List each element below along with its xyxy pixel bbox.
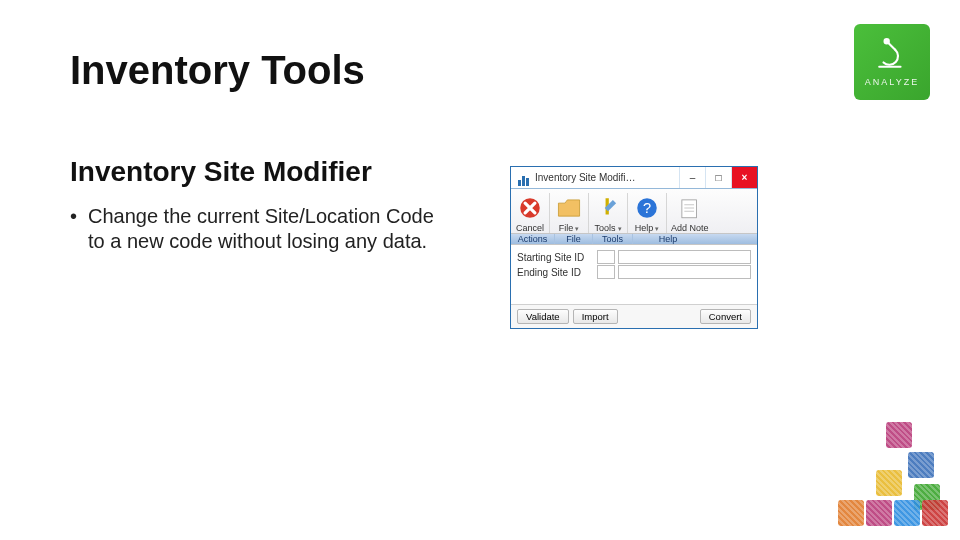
chevron-down-icon: ▾ [618, 225, 622, 232]
svg-text:?: ? [643, 200, 651, 216]
app-icon [515, 170, 531, 186]
cube-icon [908, 452, 934, 478]
ribbon-file-label: File [559, 224, 574, 233]
minimize-button[interactable]: – [679, 167, 705, 188]
folder-icon [554, 193, 584, 223]
import-button[interactable]: Import [573, 309, 618, 324]
ribbon-group-actions: Actions [511, 234, 555, 244]
ribbon-help-label: Help [635, 224, 654, 233]
form-area: Starting Site ID Ending Site ID [511, 245, 757, 304]
window-title: Inventory Site Modifi… [535, 172, 679, 183]
microscope-icon [875, 37, 909, 75]
ribbon-tools[interactable]: Tools▾ [589, 193, 628, 233]
cube-icon [876, 470, 902, 496]
slide-bullet: Change the current Site/Location Code to… [88, 204, 438, 254]
tools-icon [593, 193, 623, 223]
ribbon-help[interactable]: ? Help▾ [628, 193, 667, 233]
cube-icon [894, 500, 920, 526]
svg-point-1 [885, 39, 889, 43]
ribbon-tools-label: Tools [594, 224, 615, 233]
cube-icon [866, 500, 892, 526]
starting-site-code[interactable] [597, 250, 615, 264]
slide-subtitle: Inventory Site Modifier [70, 156, 372, 188]
ribbon-addnote-label: Add Note [671, 224, 709, 233]
slide-title: Inventory Tools [70, 48, 365, 93]
decorative-cubes [768, 422, 948, 532]
ending-site-label: Ending Site ID [517, 267, 597, 278]
ribbon-add-note[interactable]: Add Note [667, 193, 713, 233]
button-bar: Validate Import Convert [511, 304, 757, 328]
ribbon-group-tools: Tools [593, 234, 633, 244]
help-icon: ? [632, 193, 662, 223]
ribbon: Cancel File▾ Tools▾ ? Help▾ [511, 189, 757, 245]
inventory-site-modifier-window: Inventory Site Modifi… – □ × Cancel File… [510, 166, 758, 329]
ribbon-file[interactable]: File▾ [550, 193, 589, 233]
ribbon-group-file: File [555, 234, 593, 244]
cube-icon [886, 422, 912, 448]
close-button[interactable]: × [731, 167, 757, 188]
logo-text: ANALYZE [865, 77, 919, 87]
chevron-down-icon: ▾ [655, 225, 659, 232]
ribbon-cancel[interactable]: Cancel [511, 193, 550, 233]
cube-icon [922, 500, 948, 526]
svg-rect-6 [682, 200, 697, 218]
ending-site-input[interactable] [618, 265, 751, 279]
titlebar: Inventory Site Modifi… – □ × [511, 167, 757, 189]
ending-site-code[interactable] [597, 265, 615, 279]
chevron-down-icon: ▾ [575, 225, 579, 232]
cancel-icon [515, 193, 545, 223]
analyze-logo: ANALYZE [854, 24, 930, 100]
ribbon-cancel-label: Cancel [516, 224, 544, 233]
cube-icon [838, 500, 864, 526]
validate-button[interactable]: Validate [517, 309, 569, 324]
starting-site-label: Starting Site ID [517, 252, 597, 263]
cube-icon [914, 484, 940, 510]
convert-button[interactable]: Convert [700, 309, 751, 324]
starting-site-input[interactable] [618, 250, 751, 264]
ribbon-group-help: Help [633, 234, 703, 244]
note-icon [675, 193, 705, 223]
maximize-button[interactable]: □ [705, 167, 731, 188]
